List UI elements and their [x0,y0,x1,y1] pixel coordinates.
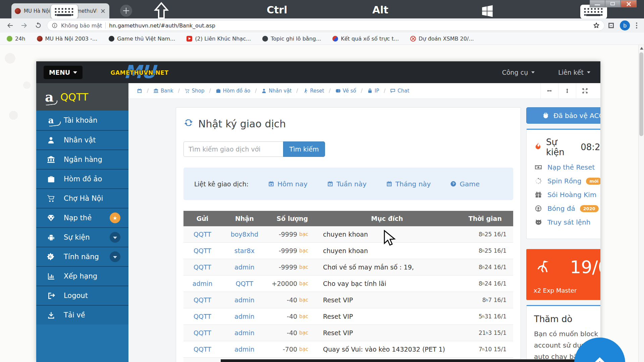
breadcrumb-nhan-vat[interactable]: Nhân vật [261,88,291,94]
receiver-link[interactable]: admin [234,313,255,320]
back-button[interactable] [5,20,15,31]
question-circle-icon [450,181,457,187]
bookmark-youtube[interactable]: (2) Liên Khúc Nhạc... [186,36,251,42]
receiver-link[interactable]: star8x [234,247,255,254]
bookmark-topic[interactable]: Topic ghi lô bằng... [262,36,321,42]
amount-value: +20000 [272,280,297,287]
window-close-button[interactable] [621,0,637,7]
receiver-link[interactable]: admin [234,346,255,353]
sender-link[interactable]: QQTT [194,296,211,304]
sidebar-item-tai-ve[interactable]: Tải về [36,305,128,324]
search-input[interactable] [183,141,283,157]
sender-link[interactable]: QQTT [194,313,211,320]
breadcrumb-bank[interactable]: Bank [153,88,173,94]
event-soi-hoang-kim[interactable]: Sói Hoàng Kim 10k [534,191,600,199]
tab-close-icon[interactable] [100,8,106,14]
resize-horizontal-icon[interactable] [540,83,558,99]
filter-game[interactable]: Game [450,180,480,188]
sidebar-item-logout[interactable]: Logout [36,286,128,305]
search-button[interactable]: Tìm kiếm [283,141,325,157]
bookmark-icon [7,36,12,42]
sidebar-item-xep-hang[interactable]: Xếp hạng [36,266,128,286]
new-tab-button[interactable] [120,5,132,17]
sender-link[interactable]: admin [193,280,213,287]
breadcrumb-ve-so[interactable]: Vé số [335,88,356,94]
event-nap-the-reset[interactable]: Nạp thẻ Reset 25% [534,163,600,171]
fullscreen-icon[interactable] [576,83,594,99]
bookmark-gamethu[interactable]: Game thủ Việt Nam... [109,36,175,42]
profile-avatar[interactable]: b [620,20,630,31]
window-minimize-button[interactable] [590,0,605,7]
filter-this-month[interactable]: Tháng này [386,180,431,188]
sender-link[interactable]: QQTT [194,231,211,238]
receiver-link[interactable]: QQTT [235,280,253,287]
chevron-down-icon[interactable] [110,232,120,243]
sender-link[interactable]: QQTT [194,263,211,271]
page-scrollbar[interactable] [638,45,644,362]
breadcrumb-ip[interactable]: IP [367,88,379,94]
bookmark-mu-hanoi[interactable]: MU Hà Nội 2003 -... [37,36,98,42]
receiver-link[interactable]: admin [234,329,255,337]
sender-link[interactable]: QQTT [194,329,211,337]
sender-link[interactable]: QQTT [194,247,211,254]
event-bong-da[interactable]: Bóng đá 2020 [534,204,600,213]
site-logo[interactable]: MU GAMETHUVN.NET [109,63,170,82]
sidebar-item-su-kien[interactable]: Sự kiện [36,227,128,247]
filter-this-week[interactable]: Tuần này [327,180,367,188]
transactions-table: Gửi Nhận Số lượng Mục đích Thời gian QQT… [183,211,513,362]
amount-value: -700 [283,346,297,353]
resize-vertical-icon[interactable] [558,83,576,99]
bookmark-dudoan-xsmb[interactable]: Dự đoán XSMB 20/... [410,36,474,42]
chevron-down-icon[interactable] [110,251,120,262]
reload-button[interactable] [33,20,44,31]
nav-tools-dropdown[interactable]: Công cụ [502,69,535,76]
filter-today[interactable]: Hôm nay [268,180,308,188]
sidebar-item-tinh-nang[interactable]: Tính năng [36,247,128,266]
event-truy-sat-lenh[interactable]: Truy sát lệnh hot [534,218,600,226]
breadcrumb-reset[interactable]: Reset [303,88,324,94]
window-maximize-button[interactable] [605,0,621,7]
info-icon[interactable] [52,22,58,28]
bookmark-24h[interactable]: 24h [7,36,25,42]
menu-button[interactable]: MENU [44,66,83,79]
table-row: QQTT admin -700bạc Quay số Vui: vào kèo … [183,341,513,358]
logout-icon [46,292,56,300]
receiver-link[interactable]: admin [234,263,255,271]
url-text[interactable]: hn.gamethuvn.net/#auth/Bank_out.asp [109,22,590,29]
receiver-cell: boy8xhd [221,226,268,242]
event-date-banner[interactable]: 19/01 x2 Exp Master [526,249,600,300]
sidebar-item-hom-do-ao[interactable]: Hòm đồ ảo [36,169,128,188]
extension-icon[interactable] [607,21,615,29]
bookmark-ketqua-xoso[interactable]: Kết quả xổ số trực t... [332,36,399,42]
breadcrumb-home[interactable] [137,88,142,94]
protect-acc-ip-button[interactable]: Đã bảo vệ ACC/IP [526,107,600,124]
sidebar-item-nap-the[interactable]: Nạp thẻ [36,208,128,227]
bookmark-star-icon[interactable] [593,22,600,29]
receiver-link[interactable]: admin [234,296,255,304]
forward-button[interactable] [19,20,30,31]
x-circle-icon [410,36,416,42]
sidebar-item-nhan-vat[interactable]: Nhân vật [36,130,128,149]
nav-links-dropdown[interactable]: Liên kết [558,69,590,76]
refresh-icon[interactable] [183,118,194,130]
breadcrumb-chat[interactable]: Chat [390,88,409,94]
receiver-link[interactable]: boy8xhd [231,231,258,238]
sidebar-item-ngan-hang[interactable]: Ngân hàng [36,149,128,169]
event-spin-rong[interactable]: Spin Rồng mới [534,177,600,185]
breadcrumb-hom-do-ao[interactable]: Hòm đồ ảo [216,88,251,94]
scrollbar-thumb[interactable] [639,52,643,136]
sender-cell: QQTT [183,308,221,324]
breadcrumb-shop[interactable]: Shop [184,88,205,94]
sidebar-item-tai-khoan[interactable]: aTài khoản [36,111,128,130]
poll-title: Thăm dò [534,314,600,324]
address-bar[interactable]: Không bảo mật hn.gamethuvn.net/#auth/Ban… [47,20,604,31]
receiver-cell: admin [221,325,268,341]
currency-unit: bạc [299,231,308,237]
account-icon: a [46,116,56,125]
sidebar-item-cho-ha-noi[interactable]: Chợ Hà Nội [36,188,128,208]
sender-link[interactable]: QQTT [194,346,211,353]
person-icon [261,88,267,94]
currency-unit: bạc [299,248,308,254]
scrollbar-up-arrow[interactable] [640,47,643,50]
browser-menu-icon[interactable] [635,21,639,30]
